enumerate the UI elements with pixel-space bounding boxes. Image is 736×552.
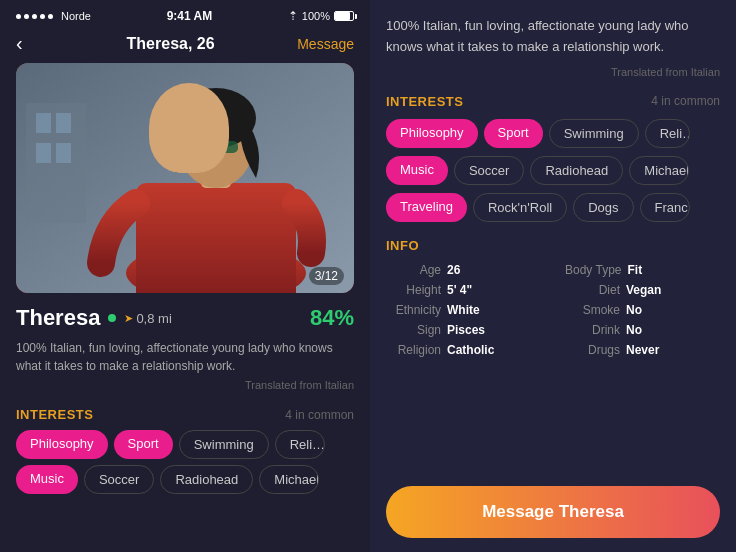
info-drugs-row: Drugs Never <box>565 343 720 357</box>
info-drink-val: No <box>626 323 642 337</box>
right-tags-row-1: Philosophy Sport Swimming Reli… <box>386 119 720 148</box>
info-bodytype-key: Body Type <box>565 263 621 277</box>
tag-radiohead[interactable]: Radiohead <box>160 465 253 494</box>
info-drink-key: Drink <box>565 323 620 337</box>
info-drink-row: Drink No <box>565 323 720 337</box>
info-height-key: Height <box>386 283 441 297</box>
profile-info: Theresa ➤ 0,8 mi 84% 100% Italian, fun l… <box>0 293 370 399</box>
info-ethnicity-row: Ethnicity White <box>386 303 553 317</box>
info-bodytype-val: Fit <box>627 263 642 277</box>
tag-sport[interactable]: Sport <box>114 430 173 459</box>
signal-dots <box>16 14 53 19</box>
info-sign-val: Pisces <box>447 323 485 337</box>
info-drugs-val: Never <box>626 343 659 357</box>
info-ethnicity-key: Ethnicity <box>386 303 441 317</box>
info-age-val: 26 <box>447 263 460 277</box>
info-diet-val: Vegan <box>626 283 661 297</box>
right-tag-michael[interactable]: Michael B… <box>629 156 689 185</box>
nav-bar: ‹ Theresa, 26 Message <box>0 28 370 63</box>
svg-rect-3 <box>56 113 71 133</box>
right-tag-rocknroll[interactable]: Rock'n'Roll <box>473 193 567 222</box>
right-tag-radiohead[interactable]: Radiohead <box>530 156 623 185</box>
battery-icon <box>334 11 354 21</box>
info-age-key: Age <box>386 263 441 277</box>
svg-rect-11 <box>191 141 213 153</box>
info-religion-row: Religion Catholic <box>386 343 553 357</box>
name-row: Theresa ➤ 0,8 mi 84% <box>16 305 354 331</box>
right-tag-music[interactable]: Music <box>386 156 448 185</box>
match-percentage: 84% <box>310 305 354 331</box>
info-religion-val: Catholic <box>447 343 494 357</box>
carrier-label: Norde <box>61 10 91 22</box>
info-smoke-val: No <box>626 303 642 317</box>
right-tag-dogs[interactable]: Dogs <box>573 193 633 222</box>
right-interests-label: INTERESTS <box>386 94 463 109</box>
info-sign-row: Sign Pisces <box>386 323 553 337</box>
right-tags-row-2: Music Soccer Radiohead Michael B… <box>386 156 720 185</box>
message-btn-container: Message Theresa <box>370 476 736 552</box>
image-counter: 3/12 <box>309 267 344 285</box>
wifi-icon: ⇡ <box>288 9 298 23</box>
right-tags-row-3: Traveling Rock'n'Roll Dogs Franc… <box>386 193 720 222</box>
svg-rect-4 <box>36 143 51 163</box>
info-grid: Age 26 Height 5' 4" Ethnicity White Sign… <box>386 263 720 357</box>
right-tag-soccer[interactable]: Soccer <box>454 156 524 185</box>
info-height-row: Height 5' 4" <box>386 283 553 297</box>
right-tag-traveling[interactable]: Traveling <box>386 193 467 222</box>
right-tag-philosophy[interactable]: Philosophy <box>386 119 478 148</box>
interests-section: INTERESTS 4 in common Philosophy Sport S… <box>0 399 370 459</box>
battery-pct: 100% <box>302 10 330 22</box>
message-theresa-button[interactable]: Message Theresa <box>386 486 720 538</box>
translated-label: Translated from Italian <box>16 379 354 391</box>
right-interests-header: INTERESTS 4 in common <box>386 94 720 109</box>
svg-rect-12 <box>216 141 238 153</box>
verified-dot <box>108 314 116 322</box>
right-tags-grid: Philosophy Sport Swimming Reli… Music So… <box>386 119 720 222</box>
right-tag-sport[interactable]: Sport <box>484 119 543 148</box>
tag-philosophy[interactable]: Philosophy <box>16 430 108 459</box>
message-link[interactable]: Message <box>297 36 354 52</box>
info-diet-key: Diet <box>565 283 620 297</box>
info-drugs-key: Drugs <box>565 343 620 357</box>
right-tag-franc[interactable]: Franc… <box>640 193 690 222</box>
tag-michaelb[interactable]: Michael… <box>259 465 319 494</box>
interests-header: INTERESTS 4 in common <box>16 407 354 422</box>
common-count: 4 in common <box>285 408 354 422</box>
battery-area: ⇡ 100% <box>288 9 354 23</box>
info-height-val: 5' 4" <box>447 283 472 297</box>
info-col-right: Body Type Fit Diet Vegan Smoke No Drink … <box>553 263 720 357</box>
status-bar: Norde 9:41 AM ⇡ 100% <box>0 0 370 28</box>
info-section: INFO Age 26 Height 5' 4" Ethnicity White <box>386 238 720 357</box>
tags-row-1: Philosophy Sport Swimming Reli… <box>16 430 354 459</box>
info-bodytype-row: Body Type Fit <box>565 263 720 277</box>
right-scroll-area: 100% Italian, fun loving, affectionate y… <box>370 0 736 476</box>
distance: ➤ 0,8 mi <box>124 311 171 326</box>
right-common: 4 in common <box>651 94 720 108</box>
svg-rect-2 <box>36 113 51 133</box>
profile-illustration <box>16 63 354 293</box>
right-tag-reli[interactable]: Reli… <box>645 119 690 148</box>
right-translated: Translated from Italian <box>386 66 720 78</box>
svg-rect-5 <box>56 143 71 163</box>
info-col-left: Age 26 Height 5' 4" Ethnicity White Sign… <box>386 263 553 357</box>
info-smoke-key: Smoke <box>565 303 620 317</box>
tag-soccer[interactable]: Soccer <box>84 465 154 494</box>
right-panel: 100% Italian, fun loving, affectionate y… <box>370 0 736 552</box>
back-button[interactable]: ‹ <box>16 32 44 55</box>
tag-swimming[interactable]: Swimming <box>179 430 269 459</box>
tag-reli[interactable]: Reli… <box>275 430 325 459</box>
interests-label: INTERESTS <box>16 407 93 422</box>
info-sign-key: Sign <box>386 323 441 337</box>
right-tag-swimming[interactable]: Swimming <box>549 119 639 148</box>
nav-title: Theresa, 26 <box>127 35 215 53</box>
clock: 9:41 AM <box>167 9 213 23</box>
tag-music[interactable]: Music <box>16 465 78 494</box>
profile-photo <box>16 63 354 293</box>
info-diet-row: Diet Vegan <box>565 283 720 297</box>
tags-row-2-container: Music Soccer Radiohead Michael… <box>0 459 370 494</box>
svg-rect-7 <box>136 183 296 293</box>
info-religion-key: Religion <box>386 343 441 357</box>
info-age-row: Age 26 <box>386 263 553 277</box>
info-ethnicity-val: White <box>447 303 480 317</box>
info-label: INFO <box>386 238 720 253</box>
